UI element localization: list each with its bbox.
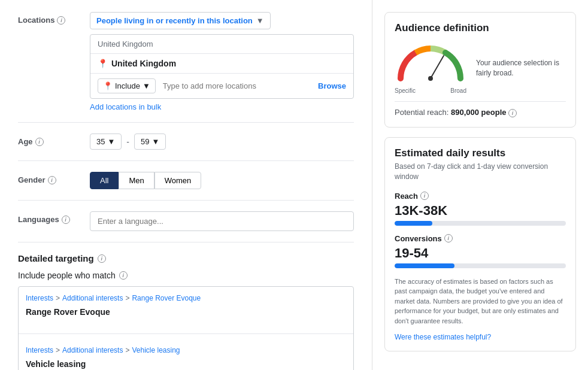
location-search-input[interactable] <box>160 79 313 93</box>
breadcrumb-range-rover[interactable]: Range Rover Evoque <box>132 294 201 302</box>
location-box: United Kingdom 📍 United Kingdom 📍 Includ… <box>90 34 354 99</box>
gender-info-icon[interactable]: i <box>48 176 56 184</box>
breadcrumb-additional-2[interactable]: Additional interests <box>62 346 123 354</box>
svg-point-1 <box>428 76 433 81</box>
reach-info-icon[interactable]: i <box>420 192 429 200</box>
estimated-results-card: Estimated daily results Based on 7-day c… <box>384 137 576 351</box>
location-item: 📍 United Kingdom <box>90 54 353 73</box>
include-select[interactable]: 📍 Include ▼ <box>98 78 156 93</box>
reach-metric: Reach i 13K-38K <box>395 192 566 226</box>
age-info-icon[interactable]: i <box>35 138 44 146</box>
reach-value: 13K-38K <box>395 203 566 219</box>
location-include-row: 📍 Include ▼ Browse <box>90 73 353 98</box>
include-match-info-icon[interactable]: i <box>119 271 128 280</box>
breadcrumb-2: Interests > Additional interests > Vehic… <box>26 346 346 354</box>
conversions-value: 19-54 <box>395 245 566 261</box>
location-browse-button[interactable]: Browse <box>318 81 346 90</box>
detailed-targeting-section: Detailed targeting i Include people who … <box>18 253 354 370</box>
locations-row: Locations i People living in or recently… <box>18 12 354 123</box>
languages-label: Languages i <box>18 211 90 224</box>
conversions-progress-bar <box>395 263 566 268</box>
svg-line-0 <box>431 56 444 78</box>
breadcrumb-vehicle-leasing[interactable]: Vehicle leasing <box>132 346 180 354</box>
helpful-link[interactable]: Were these estimates helpful? <box>395 333 491 341</box>
gauge-labels: Specific Broad <box>395 87 466 94</box>
age-dash: - <box>126 137 129 147</box>
targeting-item-name-1: Range Rover Evoque <box>26 305 346 322</box>
country-header: United Kingdom <box>90 35 353 54</box>
gender-row: Gender i All Men Women <box>18 172 354 201</box>
age-row: Age i 35 ▼ - 59 ▼ <box>18 134 354 161</box>
languages-info-icon[interactable]: i <box>62 216 70 224</box>
age-selects: 35 ▼ - 59 ▼ <box>90 134 354 150</box>
language-input[interactable] <box>90 211 354 231</box>
include-people-label: Include people who match i <box>18 271 354 280</box>
dropdown-chevron-icon: ▼ <box>256 16 264 25</box>
targeting-item-name-2: Vehicle leasing <box>26 357 346 370</box>
conversions-info-icon[interactable]: i <box>444 234 453 242</box>
breadcrumb-additional-1[interactable]: Additional interests <box>62 294 123 302</box>
gender-all-button[interactable]: All <box>90 172 119 189</box>
gender-label: Gender i <box>18 172 90 184</box>
include-pin-icon: 📍 <box>103 81 113 90</box>
potential-reach: Potential reach: 890,000 people i <box>395 101 566 117</box>
age-min-select[interactable]: 35 ▼ <box>90 134 122 150</box>
include-chevron-icon: ▼ <box>143 81 150 90</box>
reach-progress-fill <box>395 221 432 226</box>
targeting-divider <box>19 333 353 334</box>
locations-label: Locations i <box>18 12 90 25</box>
locations-content: People living in or recently in this loc… <box>90 12 354 111</box>
conversions-metric: Conversions i 19-54 <box>395 234 566 268</box>
breadcrumb-1: Interests > Additional interests > Range… <box>26 294 346 302</box>
targeting-box: Interests > Additional interests > Range… <box>18 286 354 370</box>
reach-progress-bar <box>395 221 566 226</box>
age-label: Age i <box>18 134 90 146</box>
reach-label: Reach i <box>395 192 566 201</box>
potential-reach-info-icon[interactable]: i <box>508 109 517 117</box>
disclaimer-text: The accuracy of estimates is based on fa… <box>395 277 566 326</box>
conversions-progress-fill <box>395 263 454 268</box>
audience-definition-title: Audience definition <box>395 22 566 34</box>
targeting-item-2: Interests > Additional interests > Vehic… <box>19 339 353 370</box>
location-pin-icon: 📍 <box>98 59 108 68</box>
estimated-results-title: Estimated daily results <box>395 147 566 159</box>
gender-women-button[interactable]: Women <box>154 172 202 189</box>
gender-content: All Men Women <box>90 172 354 189</box>
locations-dropdown[interactable]: People living in or recently in this loc… <box>90 12 271 29</box>
gender-men-button[interactable]: Men <box>119 172 154 189</box>
breadcrumb-interests-2[interactable]: Interests <box>26 346 53 354</box>
age-max-chevron-icon: ▼ <box>151 137 159 146</box>
age-max-select[interactable]: 59 ▼ <box>134 134 166 150</box>
age-content: 35 ▼ - 59 ▼ <box>90 134 354 150</box>
gauge-text: Your audience selection is fairly broad. <box>476 58 566 78</box>
right-panel: Audience definition <box>372 0 588 370</box>
detailed-targeting-header: Detailed targeting i <box>18 253 354 263</box>
detailed-targeting-info-icon[interactable]: i <box>98 254 106 263</box>
languages-content <box>90 211 354 231</box>
breadcrumb-interests-1[interactable]: Interests <box>26 294 53 302</box>
add-bulk-link[interactable]: Add locations in bulk <box>90 102 161 111</box>
languages-row: Languages i <box>18 211 354 242</box>
conversions-label: Conversions i <box>395 234 566 243</box>
age-min-chevron-icon: ▼ <box>107 137 115 146</box>
locations-info-icon[interactable]: i <box>57 16 65 25</box>
gauge-chart <box>395 43 466 84</box>
gauge-section: Specific Broad Your audience selection i… <box>395 43 566 94</box>
audience-definition-card: Audience definition <box>384 12 576 128</box>
targeting-item-1: Interests > Additional interests > Range… <box>19 287 353 329</box>
results-subtitle: Based on 7-day click and 1-day view conv… <box>395 162 566 182</box>
gender-button-group: All Men Women <box>90 172 354 189</box>
